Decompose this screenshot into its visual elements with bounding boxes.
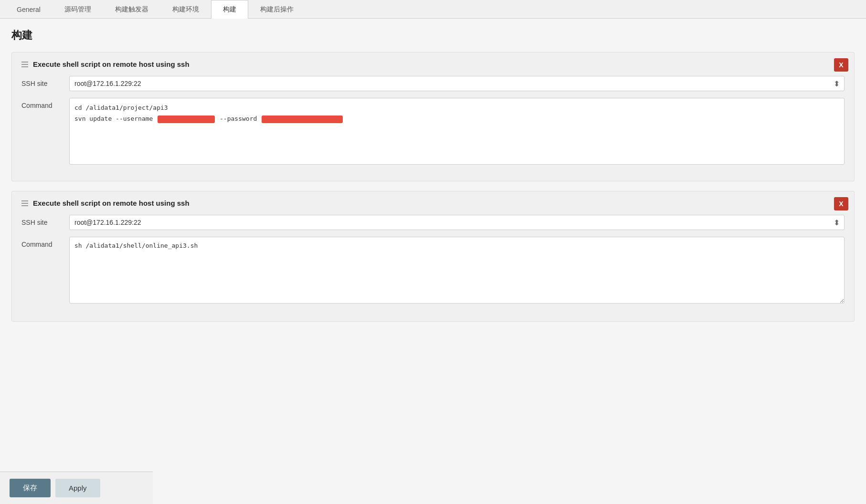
step1-ssh-row: SSH site root@172.16.1.229:22 ⬍ [21,76,845,91]
save-button[interactable]: 保存 [10,479,51,497]
close-step1-button[interactable]: X [834,58,848,72]
step1-redacted-username [158,116,215,123]
step2-ssh-label: SSH site [21,215,69,226]
step2-command-row: Command [21,237,845,305]
page-content: 构建 X Execute shell script on remote host… [0,19,866,501]
step1-title: Execute shell script on remote host usin… [33,60,190,68]
step1-redacted-password [262,116,343,123]
close-step2-button[interactable]: X [834,197,848,210]
tab-bar: General 源码管理 构建触发器 构建环境 构建 构建后操作 [0,0,866,19]
tab-env[interactable]: 构建环境 [160,0,211,19]
step1-line2: svn update --username --password [74,113,839,124]
step1-ssh-label: SSH site [21,76,69,87]
step1-ssh-select-wrapper: root@172.16.1.229:22 ⬍ [69,76,845,91]
step2-ssh-control: root@172.16.1.229:22 ⬍ [69,215,845,230]
page-title: 构建 [11,28,855,42]
card-header-1: Execute shell script on remote host usin… [21,60,845,68]
step2-command-label: Command [21,237,69,248]
step1-cmd-prefix: svn update --username [74,115,157,122]
tab-general[interactable]: General [5,0,53,19]
step2-ssh-select-wrapper: root@172.16.1.229:22 ⬍ [69,215,845,230]
card-header-2: Execute shell script on remote host usin… [21,199,845,207]
step1-line1: cd /alidata1/project/api3 [74,102,839,113]
step1-ssh-control: root@172.16.1.229:22 ⬍ [69,76,845,91]
step2-ssh-row: SSH site root@172.16.1.229:22 ⬍ [21,215,845,230]
step2-command-control [69,237,845,305]
step2-title: Execute shell script on remote host usin… [33,199,190,207]
step2-ssh-select[interactable]: root@172.16.1.229:22 [69,215,845,230]
tab-build[interactable]: 构建 [211,0,248,19]
step1-cmd-middle: --password [216,115,261,122]
build-step-card-1: X Execute shell script on remote host us… [11,52,855,181]
tab-triggers[interactable]: 构建触发器 [103,0,160,19]
tab-source[interactable]: 源码管理 [53,0,103,19]
build-step-card-2: X Execute shell script on remote host us… [11,191,855,322]
drag-handle-1[interactable] [21,62,28,67]
step1-command-label: Command [21,98,69,109]
step1-command-display[interactable]: cd /alidata1/project/api3 svn update --u… [69,98,845,165]
footer-bar: 保存 Apply [0,472,153,501]
tab-post[interactable]: 构建后操作 [248,0,306,19]
apply-button[interactable]: Apply [55,479,100,497]
step2-command-input[interactable] [69,237,845,304]
step1-command-control: cd /alidata1/project/api3 svn update --u… [69,98,845,165]
step1-command-row: Command cd /alidata1/project/api3 svn up… [21,98,845,165]
step1-ssh-select[interactable]: root@172.16.1.229:22 [69,76,845,91]
drag-handle-2[interactable] [21,200,28,206]
